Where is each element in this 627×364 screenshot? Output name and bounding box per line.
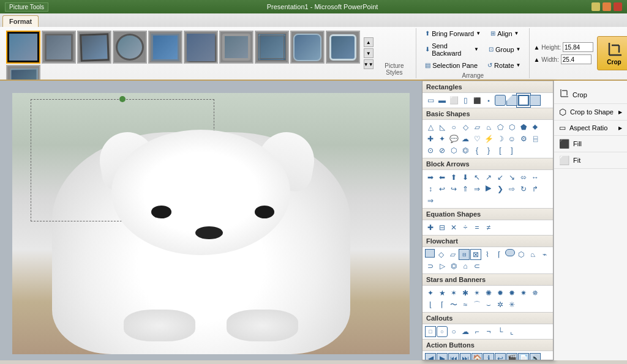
shape-scroll-v[interactable]: ⌈: [437, 299, 448, 310]
shape-callout[interactable]: 💬: [448, 133, 459, 144]
tab-format[interactable]: Format: [2, 15, 39, 27]
style-thumb-11[interactable]: [6, 65, 40, 80]
shape-arrow-ul[interactable]: ↖: [471, 172, 482, 183]
shape-minus[interactable]: ⊟: [437, 222, 448, 233]
align-button[interactable]: ⊞ Align ▼: [487, 28, 522, 39]
style-thumb-6[interactable]: [184, 31, 218, 64]
shape-divide[interactable]: ÷: [460, 222, 471, 233]
shape-fc-data[interactable]: ▱: [447, 249, 458, 260]
shape-curved-arrow[interactable]: ↪: [448, 184, 459, 195]
width-input[interactable]: [561, 54, 591, 64]
shape-fc-internal[interactable]: ⊠: [470, 249, 481, 260]
dog-image[interactable]: [12, 93, 410, 354]
style-thumb-10[interactable]: [326, 31, 360, 64]
crop-menu-aspect-ratio[interactable]: ▭ Aspect Ratio ▶: [554, 121, 627, 136]
shape-star24pt[interactable]: ✷: [518, 288, 529, 299]
shape-heart[interactable]: ♡: [471, 133, 482, 144]
bring-forward-button[interactable]: ⬆ Bring Forward ▼: [421, 28, 484, 39]
shape-star4[interactable]: ✦: [437, 133, 448, 144]
shape-rect-1[interactable]: ▭: [425, 95, 436, 106]
shape-accent-callout[interactable]: ⌞: [506, 326, 517, 337]
shape-rect-2[interactable]: ▬: [437, 95, 448, 106]
send-backward-button[interactable]: ⬇ Send Backward ▼: [421, 40, 482, 59]
selection-pane-button[interactable]: ▤ Selection Pane: [421, 60, 481, 71]
shape-star16pt[interactable]: ✸: [506, 288, 517, 299]
scroll-down-arrow[interactable]: ▼: [364, 48, 374, 58]
shape-bracketl[interactable]: {: [471, 145, 482, 156]
shape-cylinder[interactable]: ⏣: [460, 145, 471, 156]
shape-arrow-dl[interactable]: ↙: [495, 172, 506, 183]
shape-chevron[interactable]: ❯: [495, 184, 506, 195]
shape-octagon[interactable]: ⯁: [530, 122, 541, 133]
shape-fc-display[interactable]: ⊂: [471, 261, 482, 272]
shape-circular[interactable]: ↻: [518, 184, 529, 195]
shape-sqbracketr[interactable]: ]: [506, 145, 517, 156]
restore-button[interactable]: [603, 2, 611, 11]
shape-circle[interactable]: ○: [448, 122, 459, 133]
shape-explosion2[interactable]: ✳: [506, 299, 517, 310]
width-up-arrow[interactable]: ▲: [533, 56, 539, 63]
shape-notched[interactable]: ⇒: [471, 184, 482, 195]
style-thumb-2[interactable]: [42, 31, 76, 64]
shape-gear[interactable]: ⚙: [518, 133, 529, 144]
crop-menu-fill[interactable]: ⬛ Fill: [554, 136, 627, 152]
shape-moon[interactable]: ☽: [495, 133, 506, 144]
shape-bent-arrow[interactable]: ↩: [437, 184, 448, 195]
shape-action-sound[interactable]: 🔊: [530, 353, 541, 360]
shape-rnd-callout[interactable]: ○: [437, 326, 448, 337]
shape-rtriangle[interactable]: ◺: [437, 122, 448, 133]
shape-explosion1[interactable]: ✲: [495, 299, 506, 310]
shape-times[interactable]: ✕: [448, 222, 459, 233]
shape-rect-4[interactable]: ▯: [460, 95, 471, 106]
shape-trapezoid[interactable]: ⏢: [483, 122, 494, 133]
shape-equals[interactable]: =: [471, 222, 482, 233]
shape-line-callout2[interactable]: ¬: [483, 326, 494, 337]
shape-striped[interactable]: ⇒: [425, 195, 436, 206]
shape-rect-5[interactable]: ⬛: [471, 95, 482, 106]
shape-arrow-lr[interactable]: ↔: [530, 172, 541, 183]
shape-cube[interactable]: ⬡: [448, 145, 459, 156]
selection-handle-top[interactable]: [119, 96, 126, 102]
shape-rect-3[interactable]: ⬜: [448, 95, 459, 106]
shape-sqbracketl[interactable]: [: [495, 145, 506, 156]
shape-fc-document[interactable]: ⌇: [482, 249, 493, 260]
shape-notequal[interactable]: ≠: [483, 222, 494, 233]
shapes-dropdown-panel[interactable]: Rectangles ▭ ▬ ⬜ ▯ ⬛ ▪ Basic Shapes △ ◺ …: [422, 81, 554, 360]
crop-menu-crop-to-shape[interactable]: ⬡ Crop to Shape ▶: [554, 104, 627, 121]
shape-star5pt[interactable]: ★: [437, 288, 448, 299]
shape-line-callout3[interactable]: └: [495, 326, 506, 337]
shape-triangle[interactable]: △: [425, 122, 436, 133]
shape-star32pt[interactable]: ✵: [530, 288, 541, 299]
shape-action-fwd[interactable]: ▶: [437, 353, 448, 360]
close-button[interactable]: [614, 2, 622, 11]
shape-cross[interactable]: ✚: [425, 133, 436, 144]
shape-star4pt[interactable]: ✦: [425, 288, 436, 299]
shape-line-callout1[interactable]: ⌐: [471, 326, 482, 337]
shape-rect-rounded[interactable]: [495, 95, 506, 106]
style-thumb-1[interactable]: [6, 31, 40, 64]
shape-lightning[interactable]: ⚡: [483, 133, 494, 144]
shape-dbl-wave[interactable]: ≈: [460, 299, 471, 310]
shape-fc-manual[interactable]: ⏢: [527, 249, 538, 260]
shape-parallelogram[interactable]: ▱: [471, 122, 482, 133]
shape-rect-callout[interactable]: □: [425, 326, 436, 337]
shape-action-begin[interactable]: ⏮: [448, 353, 459, 360]
shape-cloud[interactable]: ☁: [460, 133, 471, 144]
shape-fc-delay[interactable]: ⊃: [425, 261, 436, 272]
rotate-button[interactable]: ↺ Rotate ▼: [484, 60, 524, 71]
group-button[interactable]: ⊡ Group ▼: [485, 40, 525, 59]
shape-action-back[interactable]: ◀: [425, 353, 436, 360]
shape-arrow-ud[interactable]: ↕: [425, 184, 436, 195]
shape-oval-callout[interactable]: ○: [448, 326, 459, 337]
shape-rect-6[interactable]: ▪: [483, 95, 494, 106]
shape-action-movie[interactable]: 🎬: [506, 353, 517, 360]
shape-cloud-callout[interactable]: ☁: [460, 326, 471, 337]
shape-ribbon-up[interactable]: ⌒: [471, 299, 482, 310]
shape-action-info[interactable]: ℹ: [483, 353, 494, 360]
shape-star7pt[interactable]: ✱: [460, 288, 471, 299]
shape-bracketr[interactable]: }: [483, 145, 494, 156]
shape-star10pt[interactable]: ✺: [483, 288, 494, 299]
shape-arrow-quad[interactable]: ⬄: [518, 172, 529, 183]
style-thumb-8[interactable]: [255, 31, 289, 64]
shape-pentagon-arrow[interactable]: ⯈: [483, 184, 494, 195]
